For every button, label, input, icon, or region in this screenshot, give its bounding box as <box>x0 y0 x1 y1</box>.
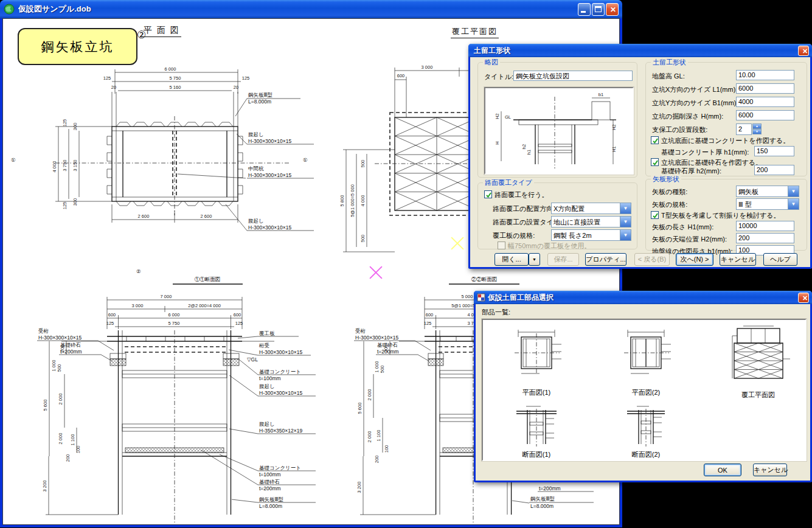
size-b1-input[interactable]: 4000 <box>736 97 794 107</box>
t-pile-checkbox[interactable] <box>651 211 659 219</box>
dim: 1 100 <box>70 434 75 446</box>
dialog1-titlebar[interactable]: 土留工形状 ✕ <box>468 44 812 57</box>
dim: 125 <box>62 119 68 127</box>
label: 基礎コンクリート <box>259 465 301 471</box>
part-item-section2[interactable]: 断面図(2) <box>609 404 682 459</box>
dialog1-close-button[interactable]: ✕ <box>798 46 809 56</box>
parts-dialog-icon <box>477 293 485 302</box>
dim: 2 000 <box>367 389 372 401</box>
dialog-earth-retaining-shape: 土留工形状 ✕ 略図 タイトル: 鋼矢板立坑仮設図 b1 GL H2 H <box>468 44 812 269</box>
dim: 200 <box>60 345 65 353</box>
dim: 2 000 <box>58 433 63 445</box>
size-b1-label: 立坑Y方向のサイズ B1(mm): <box>652 99 738 108</box>
concrete-h1-input[interactable]: 150 <box>754 146 794 156</box>
part-item-plan1[interactable]: 平面図(1) <box>500 325 573 397</box>
t-pile-checkbox-label[interactable]: T型矢板を考慮して割振りを検討する。 <box>661 211 780 220</box>
dim: 2@2 000=4 000 <box>188 303 221 308</box>
part-item-plan2[interactable]: 平面図(2) <box>609 325 682 397</box>
dim: 125 <box>424 321 432 326</box>
window-title: 仮設図サンプル.dob <box>18 4 578 15</box>
support-stages-value[interactable]: 2 <box>736 123 752 135</box>
label: 中間杭 <box>248 165 264 172</box>
label: H-300×300×10×15 <box>248 224 291 231</box>
dim: 7 000 <box>161 294 172 299</box>
chevron-down-icon[interactable]: ▼ <box>620 203 631 214</box>
dim: 5 600 <box>357 403 363 414</box>
dim-h: H <box>494 141 500 144</box>
support-stages-spinner[interactable]: 2 ▲ ▼ <box>736 123 762 135</box>
app-titlebar[interactable]: 仮設図サンプル.dob ✕ <box>0 0 622 18</box>
parts-listbox[interactable]: 平面図(1) 平面図(2) <box>482 319 807 461</box>
properties-button[interactable]: プロパティ... <box>585 253 626 266</box>
section-marker: ② <box>136 268 141 274</box>
open-split-arrow[interactable]: ▼ <box>529 253 540 266</box>
dim: 3 750 <box>62 160 68 172</box>
road-cover-checkbox[interactable] <box>484 190 492 198</box>
dim: 300 <box>72 198 78 206</box>
spin-up-icon[interactable]: ▲ <box>752 123 762 129</box>
depth-h-input[interactable]: 6000 <box>736 110 794 120</box>
depth-h-label: 立坑の掘削深さ H(mm): <box>652 112 723 121</box>
gravel-h2-input[interactable]: 200 <box>754 165 794 175</box>
pile-kind-combo[interactable]: 鋼矢板 ▼ <box>736 186 799 197</box>
dim: 125 <box>242 75 250 81</box>
dim: 6 000 <box>168 312 180 318</box>
gl-height-label: 地盤高 GL: <box>652 72 685 81</box>
dim: 125 <box>103 75 111 81</box>
dialog2-titlebar[interactable]: 仮設土留工部品選択 ✕ <box>474 291 812 304</box>
dim: 5 160 <box>170 85 181 90</box>
label: t=200mm <box>259 485 281 492</box>
part-item-cover-plan[interactable]: 覆工平面図 <box>717 322 799 400</box>
part-item-section1[interactable]: 断面図(1) <box>500 404 573 459</box>
cover-install-combo[interactable]: 地山に直接設置 ▼ <box>551 216 631 228</box>
sketch-title-input[interactable]: 鋼矢板立坑仮設図 <box>513 71 633 81</box>
chevron-down-icon[interactable]: ▼ <box>620 217 631 227</box>
chevron-down-icon[interactable]: ▼ <box>788 186 799 196</box>
label: t=100mm <box>259 471 281 478</box>
size-l1-input[interactable]: 6000 <box>736 83 794 94</box>
pile-length-label: 矢板の長さ H1(mm): <box>652 223 713 232</box>
pile-length-input[interactable]: 10000 <box>736 221 794 231</box>
pile-top-input[interactable]: 200 <box>736 233 794 243</box>
minimize-button[interactable] <box>578 3 591 16</box>
open-button[interactable]: 開く... <box>494 253 529 266</box>
label: L=8.000m <box>530 503 553 509</box>
gl-height-input[interactable]: 10.00 <box>736 70 794 80</box>
cover-750-checkbox-label: 幅750mmの覆工板を使用。 <box>508 241 591 251</box>
minimize-icon <box>581 11 586 13</box>
cover-direction-combo[interactable]: X方向配置 ▼ <box>551 203 631 214</box>
spin-down-icon[interactable]: ▼ <box>752 129 762 134</box>
dim: 3 200 <box>42 481 47 492</box>
dim: 500 <box>380 366 385 373</box>
section-marker-1-right: ① <box>303 157 308 163</box>
dim: 2 600 <box>201 214 212 219</box>
label: 基礎砕石 <box>259 479 280 485</box>
label: H-300×300×10×15 <box>248 138 291 144</box>
next-button[interactable]: 次へ(N) > <box>676 253 713 266</box>
gravel-checkbox-label[interactable]: 立坑底面に基礎砕石を作図する。 <box>661 158 762 167</box>
pile-spec-combo[interactable]: Ⅲ 型 ▼ <box>736 198 799 210</box>
group-road-cover-caption: 路面覆工タイプ <box>483 178 534 187</box>
label: H-350×350×12×19 <box>259 428 302 434</box>
cover-plate-spec-combo[interactable]: 鋼製 長さ2m ▼ <box>551 229 631 241</box>
chevron-down-icon[interactable]: ▼ <box>788 199 799 209</box>
group-shape-caption: 土留工形状 <box>651 58 688 67</box>
help-button[interactable]: ヘルプ <box>763 253 797 266</box>
label: 腹起し <box>259 421 275 427</box>
dialog2-close-button[interactable]: ✕ <box>798 293 809 303</box>
dim: 125 <box>235 321 243 326</box>
maximize-button[interactable] <box>592 3 605 16</box>
dim: 3 000 <box>422 64 433 70</box>
concrete-checkbox[interactable] <box>651 136 659 144</box>
ok-button[interactable]: OK <box>704 464 741 476</box>
dim: 2 600 <box>138 214 150 219</box>
cancel-button[interactable]: キャンセル <box>720 253 756 266</box>
label: H-300×300×10×15 <box>355 335 398 341</box>
concrete-checkbox-label[interactable]: 立坑底面に基礎コンクリートを作図する。 <box>661 136 789 145</box>
gravel-checkbox[interactable] <box>651 158 659 166</box>
close-button[interactable]: ✕ <box>606 3 619 16</box>
road-cover-checkbox-label[interactable]: 路面覆工を行う。 <box>494 190 549 200</box>
cancel-button-parts[interactable]: キャンセル <box>753 464 787 476</box>
dim: 1 000 <box>51 360 57 372</box>
chevron-down-icon[interactable]: ▼ <box>620 230 631 240</box>
